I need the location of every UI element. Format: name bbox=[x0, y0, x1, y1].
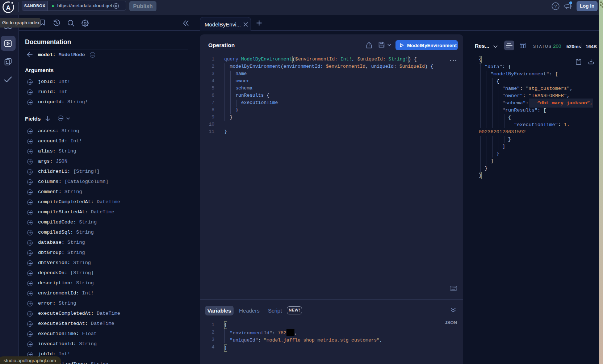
svg-text:A: A bbox=[6, 4, 11, 11]
svg-text:?: ? bbox=[554, 4, 557, 9]
